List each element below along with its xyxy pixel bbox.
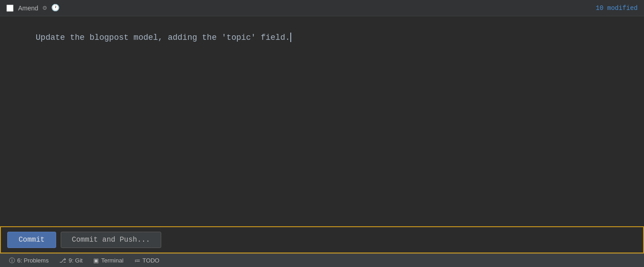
buttons-area: Commit Commit and Push... [0, 226, 644, 253]
text-cursor [290, 33, 291, 43]
git-text: Git [75, 257, 83, 264]
toolbar-left: Amend ⚙ 🕐 [6, 4, 60, 12]
git-count: 9 [68, 257, 72, 264]
modified-count: 10 modified [596, 5, 638, 12]
commit-button[interactable]: Commit [7, 232, 56, 248]
status-bar: ⓘ 6: Problems ⎇ 9: Git ▣ Terminal ≔ TODO [0, 253, 644, 267]
todo-icon: ≔ [135, 257, 140, 264]
problems-count: 6 [17, 257, 20, 264]
status-todo[interactable]: ≔ TODO [129, 255, 165, 266]
commit-message-text: Update the blogpost model, adding the 't… [6, 21, 638, 55]
main-container: Amend ⚙ 🕐 10 modified Update the blogpos… [0, 0, 644, 267]
todo-label: TODO [143, 257, 159, 264]
problems-label: 6: Problems [17, 257, 48, 264]
git-icon: ⎇ [59, 257, 66, 264]
terminal-label: Terminal [101, 257, 123, 264]
git-label: 9: Git [68, 257, 82, 264]
toolbar-right: 10 modified [596, 5, 638, 12]
status-problems[interactable]: ⓘ 6: Problems [4, 255, 54, 267]
commit-message-content: Update the blogpost model, adding the 't… [36, 33, 290, 42]
commit-message-area[interactable]: Update the blogpost model, adding the 't… [0, 16, 644, 226]
status-git[interactable]: ⎇ 9: Git [54, 255, 88, 266]
problems-icon: ⓘ [9, 257, 15, 265]
commit-and-push-button[interactable]: Commit and Push... [61, 232, 162, 248]
amend-label[interactable]: Amend [18, 5, 38, 12]
problems-text: Problems [24, 257, 48, 264]
buttons-row: Commit Commit and Push... [7, 232, 637, 248]
gear-icon[interactable]: ⚙ [43, 4, 47, 12]
status-terminal[interactable]: ▣ Terminal [88, 255, 129, 266]
toolbar: Amend ⚙ 🕐 10 modified [0, 0, 644, 16]
history-icon[interactable]: 🕐 [51, 4, 60, 12]
terminal-icon: ▣ [93, 257, 99, 264]
amend-checkbox[interactable] [6, 5, 14, 12]
